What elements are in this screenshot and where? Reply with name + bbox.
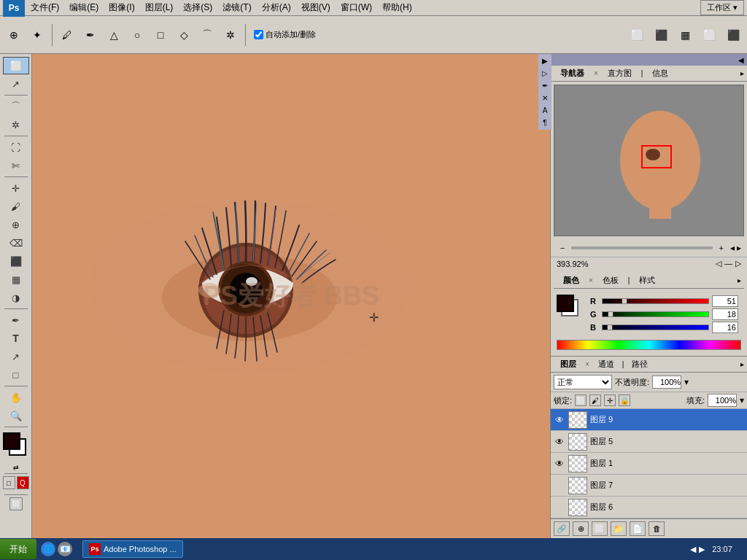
new-group-btn[interactable]: 📁: [611, 521, 627, 536]
layer-7-visibility[interactable]: [554, 480, 565, 491]
zoom-in-btn[interactable]: +: [716, 242, 727, 254]
pen-tool-option[interactable]: 🖊: [56, 24, 78, 46]
collapse-btn[interactable]: ◀: [738, 56, 744, 64]
taskbar-icon-2[interactable]: 📧: [58, 542, 72, 556]
lock-position[interactable]: ✛: [604, 394, 616, 406]
color-spectrum[interactable]: [557, 340, 741, 350]
tab-histogram[interactable]: 直方图: [601, 66, 638, 81]
tool-crop[interactable]: ⛶: [3, 139, 29, 156]
canvas-area[interactable]: PS爱好者 BBS ✛: [32, 54, 550, 538]
tool-hand[interactable]: ✋: [3, 389, 29, 406]
panel-icon-5[interactable]: A: [541, 105, 549, 116]
tab-swatches[interactable]: 色板: [596, 273, 625, 288]
foreground-color[interactable]: [3, 432, 20, 450]
screen-mode-btn[interactable]: ⬜: [9, 497, 23, 510]
r-value-input[interactable]: [712, 295, 738, 307]
menu-select[interactable]: 选择(S): [179, 0, 217, 15]
tab-paths[interactable]: 路径: [625, 357, 654, 372]
workspace-btn[interactable]: 工作区 ▾: [700, 0, 744, 15]
taskbar-icon-1[interactable]: 🌐: [41, 542, 55, 556]
tool-pen[interactable]: ✒: [3, 311, 29, 329]
nav-preview[interactable]: [554, 85, 744, 236]
swap-colors[interactable]: ⇄: [13, 464, 19, 471]
r-slider[interactable]: [602, 298, 709, 304]
tool-gradient[interactable]: ▦: [3, 271, 29, 288]
delete-layer-btn[interactable]: 🗑: [649, 521, 665, 536]
layer-row-1[interactable]: 👁 图层 1: [551, 453, 747, 475]
add-style-btn[interactable]: ⊕: [573, 521, 589, 536]
link-layers-btn[interactable]: 🔗: [554, 521, 570, 536]
tab-info[interactable]: 信息: [646, 66, 675, 81]
tool-option-7[interactable]: ◇: [173, 24, 195, 46]
panel-icon-6[interactable]: ¶: [541, 117, 548, 128]
panel-icon-2[interactable]: ▷: [541, 68, 549, 79]
tool-option-1[interactable]: ⊕: [3, 24, 25, 46]
menu-layer[interactable]: 图层(L): [141, 0, 178, 15]
zoom-out-btn[interactable]: −: [557, 242, 568, 254]
layer-row-7[interactable]: 图层 7: [551, 475, 747, 497]
tool-lasso[interactable]: ⌒: [3, 98, 29, 115]
panel-icon-3[interactable]: ✒: [541, 80, 549, 91]
fill-arrow[interactable]: ▾: [740, 395, 744, 405]
blend-mode-select[interactable]: 正常: [554, 375, 612, 389]
g-slider[interactable]: [602, 311, 709, 317]
auto-add-checkbox[interactable]: [254, 30, 263, 39]
tool-move[interactable]: ↗: [3, 75, 29, 93]
tab-styles[interactable]: 样式: [632, 273, 662, 288]
layer-1-visibility[interactable]: 👁: [554, 458, 565, 470]
tool-path-select[interactable]: ↗: [3, 348, 29, 365]
tool-marquee[interactable]: ⬜: [3, 57, 29, 74]
tool-zoom[interactable]: 🔍: [3, 407, 29, 424]
color-boxes[interactable]: [3, 432, 29, 459]
photoshop-taskbar-item[interactable]: Ps Adobe Photoshop ...: [82, 540, 183, 558]
menu-image[interactable]: 图像(I): [104, 0, 139, 15]
tab-channels[interactable]: 通道: [592, 357, 621, 372]
menu-window[interactable]: 窗口(W): [336, 0, 376, 15]
menu-help[interactable]: 帮助(H): [378, 0, 417, 15]
zoom-ctrl-2[interactable]: ―: [724, 259, 732, 268]
panel-icon-4[interactable]: ✕: [541, 93, 549, 104]
new-layer-btn[interactable]: 📄: [630, 521, 646, 536]
layer-9-visibility[interactable]: 👁: [554, 414, 565, 426]
add-mask-btn[interactable]: ⬜: [592, 521, 608, 536]
lock-all[interactable]: 🔒: [619, 394, 630, 406]
tool-shape[interactable]: □: [3, 366, 29, 384]
tool-clone[interactable]: ⊕: [3, 216, 29, 233]
tool-icon-c[interactable]: ▦: [674, 24, 696, 46]
tool-dodge[interactable]: ◑: [3, 289, 29, 306]
b-thumb[interactable]: [607, 324, 613, 330]
tab-color[interactable]: 颜色: [557, 273, 586, 288]
menu-analyze[interactable]: 分析(A): [258, 0, 295, 15]
tool-option-5[interactable]: ○: [126, 24, 148, 46]
panel-icon-1[interactable]: ▶: [541, 55, 549, 66]
tool-history-brush[interactable]: ⌫: [3, 234, 29, 252]
tool-option-4[interactable]: △: [103, 24, 125, 46]
zoom-menu[interactable]: ◂ ▸: [730, 243, 741, 253]
tool-icon-e[interactable]: ⬛: [722, 24, 744, 46]
b-slider[interactable]: [602, 324, 709, 330]
b-value-input[interactable]: [712, 322, 738, 333]
tool-option-2[interactable]: ✦: [26, 24, 48, 46]
tool-option-3[interactable]: ✒: [80, 24, 101, 46]
tool-option-6[interactable]: □: [150, 24, 171, 46]
quick-mask[interactable]: Q: [17, 476, 29, 489]
zoom-slider[interactable]: [571, 246, 713, 249]
tool-brush[interactable]: 🖌: [3, 198, 29, 215]
tool-magic-wand[interactable]: ✲: [3, 116, 29, 133]
color-menu[interactable]: ▸: [738, 276, 741, 284]
g-value-input[interactable]: [712, 308, 738, 320]
tab-layers[interactable]: 图层: [554, 357, 583, 372]
tool-text[interactable]: T: [3, 330, 29, 347]
zoom-ctrl-1[interactable]: ◁: [716, 259, 721, 268]
tool-icon-d[interactable]: ⬜: [698, 24, 720, 46]
tool-option-8[interactable]: ⌒: [196, 24, 218, 46]
opacity-input[interactable]: [652, 376, 681, 389]
menu-edit[interactable]: 编辑(E): [65, 0, 103, 15]
menu-filter[interactable]: 滤镜(T): [218, 0, 255, 15]
menu-view[interactable]: 视图(V): [297, 0, 335, 15]
fill-input[interactable]: [708, 394, 737, 407]
layer-row-6[interactable]: 图层 6: [551, 497, 747, 518]
tool-option-custom[interactable]: ✲: [220, 24, 241, 46]
navigator-menu[interactable]: ▸: [740, 69, 744, 77]
r-thumb[interactable]: [622, 298, 627, 304]
